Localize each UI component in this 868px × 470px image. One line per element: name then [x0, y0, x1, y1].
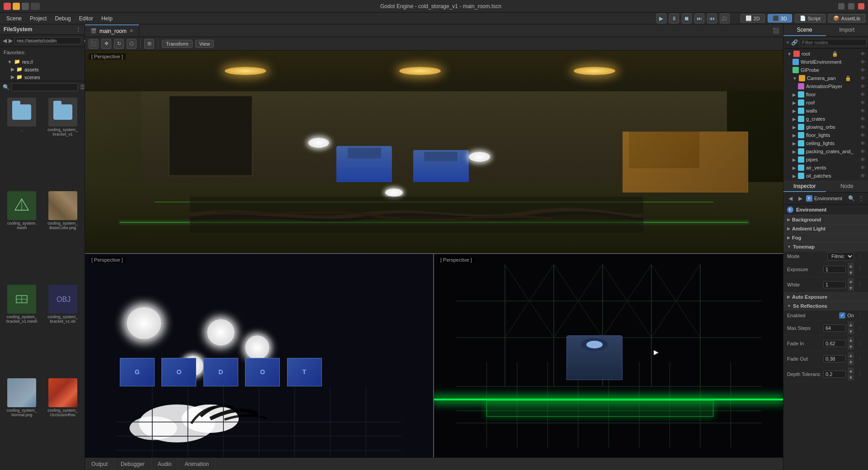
- visibility-icon[interactable]: 👁: [860, 84, 865, 89]
- pause-button[interactable]: ⏸: [669, 14, 679, 24]
- scene-tab-close[interactable]: ✕: [129, 28, 133, 34]
- visibility-icon[interactable]: 👁: [860, 100, 865, 105]
- menu-editor[interactable]: Editor: [75, 14, 97, 23]
- menu-help[interactable]: Help: [98, 14, 116, 23]
- fade-in-dots[interactable]: ⋮: [856, 340, 864, 346]
- fs-tree-res[interactable]: ▼ 📁 res://: [0, 58, 85, 66]
- section-ambient-light[interactable]: ▶ Ambient Light: [783, 224, 868, 233]
- filesystem-menu-icon[interactable]: ⋮: [75, 26, 81, 33]
- fs-tree-scenes[interactable]: ▶ 📁 scenes: [0, 73, 85, 81]
- white-down-btn[interactable]: ▼: [848, 285, 854, 291]
- menu-debug[interactable]: Debug: [51, 14, 74, 23]
- node-tab[interactable]: Node: [826, 181, 868, 192]
- lock-icon[interactable]: 🔒: [832, 51, 838, 57]
- visibility-icon[interactable]: 👁: [860, 165, 865, 170]
- lock-icon[interactable]: 🔒: [845, 75, 851, 81]
- st-item-ceiling-lights[interactable]: ▶ ceiling_lights 👁: [783, 139, 868, 147]
- vp-snap-btn[interactable]: ⊞: [144, 39, 154, 49]
- vp-br-scene[interactable]: ▶: [434, 254, 783, 457]
- close-icon[interactable]: [4, 3, 11, 10]
- section-auto-exposure[interactable]: ▶ Auto Exposure: [783, 292, 868, 301]
- import-tab[interactable]: Import: [826, 24, 868, 36]
- section-background[interactable]: ▶ Background: [783, 215, 868, 224]
- fs-item-bracket[interactable]: cooling_system_bracket_v1: [44, 96, 82, 187]
- enabled-checkbox[interactable]: [839, 312, 845, 319]
- vp-select-btn[interactable]: ⬛: [89, 39, 99, 49]
- st-item-walls[interactable]: ▶ walls 👁: [783, 107, 868, 115]
- fs-item-mesh[interactable]: cooling_system.mesh: [3, 189, 41, 280]
- toolbar-2d[interactable]: ⬜ 2D: [741, 14, 765, 23]
- max-steps-input[interactable]: [823, 324, 846, 332]
- fs-item-bracket-mesh[interactable]: cooling_system_bracket_v1.mesh: [3, 283, 41, 374]
- visibility-icon[interactable]: 👁: [860, 51, 865, 56]
- inspector-tab[interactable]: Inspector: [783, 181, 826, 192]
- scene-tab[interactable]: Scene: [783, 24, 826, 36]
- fade-out-up-btn[interactable]: ▲: [848, 352, 854, 358]
- scene-search-input[interactable]: [800, 39, 867, 46]
- toolbar-assetlib[interactable]: 📦 AssetLib: [828, 14, 865, 23]
- bottom-tab-animation[interactable]: Animation: [178, 458, 215, 470]
- add-node-btn[interactable]: +: [786, 38, 789, 47]
- enabled-dots[interactable]: ⋮: [856, 312, 864, 318]
- st-item-air-vents[interactable]: ▶ air_vents 👁: [783, 164, 868, 172]
- minimize-icon[interactable]: [13, 3, 20, 10]
- exposure-down-btn[interactable]: ▼: [848, 269, 854, 276]
- fade-in-down-btn[interactable]: ▼: [848, 343, 854, 350]
- insp-search-btn[interactable]: 🔍: [847, 194, 855, 202]
- vp-move-btn[interactable]: ✥: [101, 39, 111, 49]
- st-item-oil-patches[interactable]: ▶ oil_patches 👁: [783, 172, 868, 180]
- max-steps-dots[interactable]: ⋮: [856, 325, 864, 331]
- exposure-up-btn[interactable]: ▲: [848, 263, 854, 269]
- st-item-world-env[interactable]: WorldEnvironment 👁: [783, 58, 868, 66]
- scene-tab-main-room[interactable]: 🎬 main_room ✕: [85, 24, 139, 37]
- st-item-floor-lights[interactable]: ▶ floor_lights 👁: [783, 131, 868, 139]
- white-up-btn[interactable]: ▲: [848, 278, 854, 284]
- fade-in-input[interactable]: [823, 340, 846, 347]
- bottom-tab-audio[interactable]: Audio: [151, 458, 179, 470]
- visibility-icon[interactable]: 👁: [860, 75, 865, 81]
- white-input[interactable]: [823, 281, 846, 288]
- section-ss-reflections[interactable]: ▼ Ss Reflections: [783, 301, 868, 310]
- mode-dots[interactable]: ⋮: [856, 254, 864, 259]
- fs-path-input[interactable]: [14, 37, 81, 44]
- fs-item-bracket-ob[interactable]: OBJ cooling_system_bracket_v1.ob: [44, 283, 82, 374]
- depth-tol-down-btn[interactable]: ▼: [848, 374, 854, 381]
- step-button[interactable]: ⏭: [694, 14, 704, 24]
- fs-back-btn[interactable]: ◀: [3, 37, 7, 45]
- mode-select[interactable]: Filmic: [827, 252, 854, 260]
- win-maximize-btn[interactable]: [848, 3, 854, 9]
- viewport-maximize-btn[interactable]: ⬛: [769, 24, 783, 37]
- white-dots[interactable]: ⋮: [856, 282, 864, 287]
- vp-rotate-btn[interactable]: ↻: [114, 39, 124, 49]
- depth-tol-up-btn[interactable]: ▲: [848, 367, 854, 374]
- bottom-tab-output[interactable]: Output: [85, 458, 114, 470]
- fs-item-basecolor[interactable]: cooling_system_BaseColor.png: [44, 189, 82, 280]
- win-close-btn[interactable]: [858, 3, 864, 9]
- fs-forward-btn[interactable]: ▶: [9, 37, 13, 45]
- fade-out-dots[interactable]: ⋮: [856, 356, 864, 362]
- depth-tolerance-input[interactable]: [823, 371, 846, 378]
- link-node-btn[interactable]: 🔗: [791, 38, 798, 47]
- insp-history-back-btn[interactable]: ◀: [786, 194, 794, 202]
- st-item-roof[interactable]: ▶ roof 👁: [783, 99, 868, 107]
- vp-scale-btn[interactable]: ⬡: [127, 39, 137, 49]
- st-item-giprobe[interactable]: GIProbe 👁: [783, 66, 868, 74]
- st-item-pipes[interactable]: ▶ pipes 👁: [783, 155, 868, 164]
- vp-bl-scene[interactable]: G O D O T: [85, 254, 433, 457]
- visibility-icon[interactable]: 👁: [860, 157, 865, 162]
- visibility-icon[interactable]: 👁: [860, 67, 865, 73]
- visibility-icon[interactable]: 👁: [860, 116, 865, 122]
- bottom-tab-debugger[interactable]: Debugger: [114, 458, 151, 470]
- section-fog[interactable]: ▶ Fog: [783, 233, 868, 242]
- vp-top-scene[interactable]: [85, 51, 783, 253]
- win-minimize-btn[interactable]: [838, 3, 844, 9]
- insp-options-btn[interactable]: ⋮: [857, 194, 865, 202]
- exposure-dots[interactable]: ⋮: [856, 266, 864, 272]
- fs-item-dotdot[interactable]: ..: [3, 96, 41, 187]
- visibility-icon[interactable]: 👁: [860, 108, 865, 113]
- toolbar-script[interactable]: 📄 Script: [795, 14, 826, 23]
- fade-out-input[interactable]: [823, 355, 846, 362]
- visibility-icon[interactable]: 👁: [860, 149, 865, 154]
- visibility-icon[interactable]: 👁: [860, 124, 865, 130]
- visibility-icon[interactable]: 👁: [860, 141, 865, 146]
